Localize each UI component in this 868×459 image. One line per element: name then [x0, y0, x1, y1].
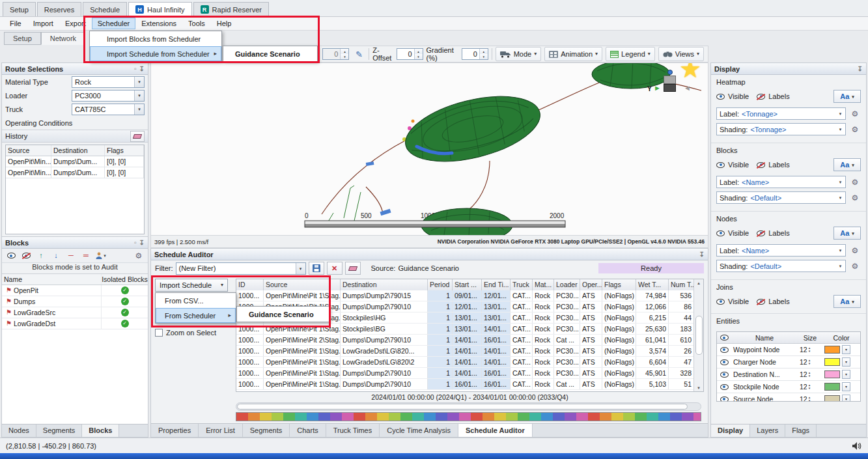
- column-header[interactable]: Flags: [602, 279, 636, 290]
- menu-item-import-schedule-from-scheduler[interactable]: Import Schedule from Scheduler: [90, 46, 221, 61]
- shading-settings-icon[interactable]: [849, 192, 861, 204]
- show-blocks-icon[interactable]: [5, 249, 18, 262]
- animation-dropdown[interactable]: Animation: [544, 47, 602, 61]
- labels-toggle[interactable]: Labels: [757, 92, 789, 100]
- entity-color-cell[interactable]: [822, 395, 860, 402]
- menu-tools[interactable]: Tools: [182, 18, 211, 29]
- entity-row[interactable]: Source Node 12: [717, 393, 860, 402]
- column-header[interactable]: Loader: [554, 279, 580, 290]
- save-filter-button[interactable]: [309, 262, 324, 275]
- timeline-scrollbar[interactable]: [236, 402, 701, 411]
- tab-charts[interactable]: Charts: [290, 424, 326, 437]
- schedule-row[interactable]: 1000... OpenPit\Mine\Pit 1\Stag... Dumps…: [236, 379, 703, 390]
- shading-settings-icon[interactable]: [849, 260, 861, 272]
- visible-toggle[interactable]: Visible: [716, 229, 749, 237]
- spinner-arrows[interactable]: [479, 49, 488, 59]
- legend-dropdown[interactable]: Legend: [606, 47, 655, 61]
- paint-value-spinner[interactable]: 0: [322, 48, 349, 60]
- tab-segments[interactable]: Segments: [36, 424, 83, 437]
- schedule-row[interactable]: 1000... OpenPit\Mine\Pit 1\Stag... LowGr…: [236, 357, 703, 368]
- column-header[interactable]: Truck: [511, 279, 533, 290]
- history-row[interactable]: OpenPit\Min... Dumps\Dum... [0], [0]: [6, 156, 144, 167]
- tab-network[interactable]: Network: [41, 32, 85, 45]
- spin-down-icon[interactable]: [341, 54, 348, 59]
- labels-toggle[interactable]: Labels: [757, 298, 789, 305]
- vertical-scrollbar[interactable]: [693, 279, 703, 391]
- pin-icon[interactable]: [858, 66, 863, 72]
- window-tab-haul-infinity[interactable]: HHaul Infinity: [128, 2, 191, 16]
- spin-up-icon[interactable]: [480, 49, 488, 54]
- menu-scheduler[interactable]: Scheduler: [92, 18, 136, 29]
- scrollbar-thumb[interactable]: [237, 404, 688, 410]
- import-schedule-button[interactable]: Import Schedule: [155, 279, 228, 292]
- column-header[interactable]: Num T...: [669, 279, 694, 290]
- move-up-icon[interactable]: [35, 249, 48, 262]
- schedule-row[interactable]: 1000... OpenPit\Mine\Pit 1\Stag... Dumps…: [236, 290, 703, 301]
- label-settings-icon[interactable]: [849, 245, 861, 257]
- spin-down-icon[interactable]: [415, 54, 423, 59]
- float-panel-icon[interactable]: [134, 240, 137, 246]
- gradient-spinner[interactable]: 0: [462, 48, 488, 60]
- tab-layers[interactable]: Layers: [750, 424, 785, 437]
- entity-color-cell[interactable]: [822, 382, 860, 391]
- schedule-row[interactable]: 1000... OpenPit\Mine\Pit 1\Stag... LowGr…: [236, 346, 703, 357]
- column-header[interactable]: Name: [731, 334, 798, 342]
- tab-properties[interactable]: Properties: [151, 424, 199, 437]
- label-select[interactable]: Label:<Name>: [716, 244, 846, 257]
- tab-nodes[interactable]: Nodes: [2, 424, 36, 437]
- schedule-row[interactable]: 1000... OpenPit\Mine\Pit 1\Stag... Dumps…: [236, 368, 703, 379]
- font-dropdown[interactable]: Aa: [833, 295, 861, 308]
- visible-toggle[interactable]: Visible: [716, 92, 749, 100]
- column-header[interactable]: Destination: [51, 145, 105, 156]
- tab-setup[interactable]: Setup: [4, 32, 41, 45]
- spin-down-icon[interactable]: [809, 399, 811, 402]
- blocks-settings-icon[interactable]: [132, 249, 145, 262]
- column-header[interactable]: Isolated Blocks: [101, 274, 148, 285]
- menu-help[interactable]: Help: [211, 18, 238, 29]
- chevron-down-icon[interactable]: [842, 345, 850, 354]
- pin-icon[interactable]: [139, 240, 145, 246]
- blocks-tree-row[interactable]: Dumps: [2, 296, 148, 307]
- filter-select[interactable]: (New Filter): [176, 262, 306, 275]
- tab-display[interactable]: Display: [711, 424, 750, 437]
- pencil-icon[interactable]: [352, 48, 365, 61]
- delete-filter-button[interactable]: [327, 262, 343, 275]
- visibility-column-header[interactable]: [717, 335, 731, 341]
- period-color-bar[interactable]: [236, 412, 701, 421]
- shading-select[interactable]: Shading:<Default>: [716, 260, 846, 272]
- spinner-arrows[interactable]: [414, 49, 423, 59]
- tab-flags[interactable]: Flags: [785, 424, 817, 437]
- label-select[interactable]: Label:<Name>: [716, 176, 846, 188]
- tab-error-list[interactable]: Error List: [199, 424, 243, 437]
- column-header[interactable]: ID: [236, 279, 264, 290]
- shading-select[interactable]: Shading:<Tonnage>: [716, 123, 846, 135]
- menu-item-guidance-scenario[interactable]: Guidance Scenario: [223, 46, 317, 61]
- orientation-gizmo[interactable]: Y: [627, 64, 699, 105]
- column-header[interactable]: Size: [798, 334, 822, 342]
- label-settings-icon[interactable]: [849, 108, 861, 120]
- blocks-tree-row[interactable]: OpenPit: [2, 285, 148, 296]
- label-select[interactable]: Label:<Tonnage>: [716, 107, 846, 120]
- schedule-row[interactable]: 1000... OpenPit\Mine\Pit 2\Stag... Dumps…: [236, 335, 703, 346]
- column-header[interactable]: Period: [428, 279, 453, 290]
- column-header[interactable]: Start ...: [453, 279, 482, 290]
- entity-row[interactable]: Stockpile Node 12: [717, 381, 860, 393]
- column-header[interactable]: Oper...: [580, 279, 602, 290]
- menu-item-import-blocks-from-scheduler[interactable]: Import Blocks from Scheduler: [90, 31, 221, 46]
- chevron-down-icon[interactable]: [842, 395, 850, 402]
- hide-blocks-icon[interactable]: [20, 249, 33, 262]
- history-row[interactable]: OpenPit\Min... Dumps\Dum... [0], [0]: [6, 167, 144, 178]
- zoom-on-select-checkbox[interactable]: [155, 329, 163, 337]
- z-offset-spinner[interactable]: 0: [397, 48, 423, 60]
- color-swatch[interactable]: [824, 346, 840, 354]
- spinner-arrows[interactable]: [340, 49, 348, 59]
- entity-visible-toggle[interactable]: [717, 347, 731, 353]
- entity-visible-toggle[interactable]: [717, 359, 731, 365]
- entity-visible-toggle[interactable]: [717, 396, 731, 402]
- entity-visible-toggle[interactable]: [717, 372, 731, 378]
- column-header[interactable]: Mat...: [533, 279, 554, 290]
- chevron-down-icon[interactable]: [842, 382, 850, 391]
- remove-block-icon[interactable]: [64, 249, 77, 262]
- entity-row[interactable]: Destination N... 12: [717, 369, 860, 381]
- entity-color-cell[interactable]: [822, 370, 860, 379]
